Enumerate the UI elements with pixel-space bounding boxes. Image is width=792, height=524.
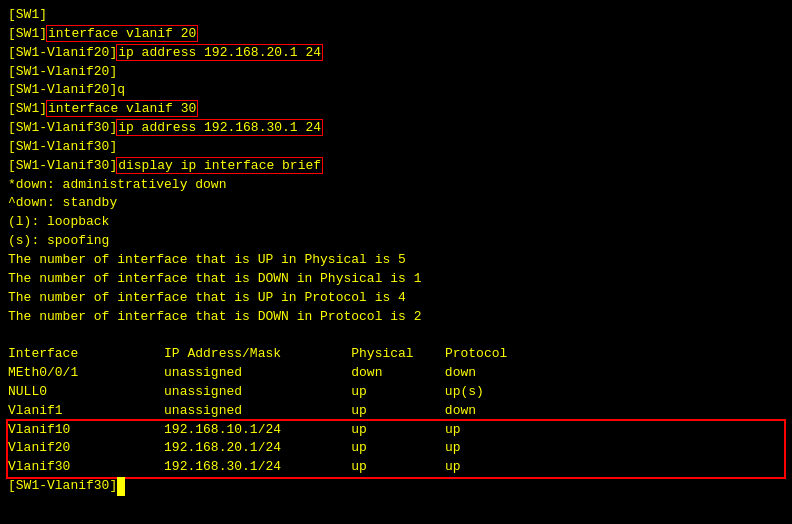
table-row-vlanif30: Vlanif30 192.168.30.1/24 up up xyxy=(8,458,784,477)
line-6: [SW1]interface vlanif 30 xyxy=(8,100,784,119)
line-1: [SW1] xyxy=(8,6,784,25)
line-down-physical: The number of interface that is DOWN in … xyxy=(8,270,784,289)
cmd-ip-20: ip address 192.168.20.1 24 xyxy=(117,45,322,60)
line-up-physical: The number of interface that is UP in Ph… xyxy=(8,251,784,270)
table-row-vlanif1: Vlanif1 unassigned up down xyxy=(8,402,784,421)
cmd-ip-30: ip address 192.168.30.1 24 xyxy=(117,120,322,135)
line-5: [SW1-Vlanif20]q xyxy=(8,81,784,100)
line-2: [SW1]interface vlanif 20 xyxy=(8,25,784,44)
line-up-protocol: The number of interface that is UP in Pr… xyxy=(8,289,784,308)
line-loopback: (l): loopback xyxy=(8,213,784,232)
line-9: [SW1-Vlanif30]display ip interface brief xyxy=(8,157,784,176)
line-7: [SW1-Vlanif30]ip address 192.168.30.1 24 xyxy=(8,119,784,138)
cmd-interface-vlan30: interface vlanif 30 xyxy=(47,101,197,116)
table-row-vlanif10: Vlanif10 192.168.10.1/24 up up xyxy=(8,421,784,440)
table-row-null: NULL0 unassigned up up(s) xyxy=(8,383,784,402)
table-row-vlanif20: Vlanif20 192.168.20.1/24 up up xyxy=(8,439,784,458)
line-spoofing: (s): spoofing xyxy=(8,232,784,251)
line-standby: ^down: standby xyxy=(8,194,784,213)
table-header: Interface IP Address/Mask Physical Proto… xyxy=(8,345,784,364)
line-down-admin: *down: administratively down xyxy=(8,176,784,195)
line-4: [SW1-Vlanif20] xyxy=(8,63,784,82)
cmd-interface-vlan20: interface vlanif 20 xyxy=(47,26,197,41)
table-row-meth: MEth0/0/1 unassigned down down xyxy=(8,364,784,383)
blank-line xyxy=(8,326,784,345)
cursor xyxy=(117,477,125,496)
cmd-display-ip: display ip interface brief xyxy=(117,158,322,173)
line-8: [SW1-Vlanif30] xyxy=(8,138,784,157)
line-down-protocol: The number of interface that is DOWN in … xyxy=(8,308,784,327)
boxed-table-rows: Vlanif10 192.168.10.1/24 up up Vlanif20 … xyxy=(8,421,784,478)
final-prompt: [SW1-Vlanif30] xyxy=(8,477,784,496)
terminal-window: [SW1] [SW1]interface vlanif 20 [SW1-Vlan… xyxy=(8,6,784,496)
line-3: [SW1-Vlanif20]ip address 192.168.20.1 24 xyxy=(8,44,784,63)
